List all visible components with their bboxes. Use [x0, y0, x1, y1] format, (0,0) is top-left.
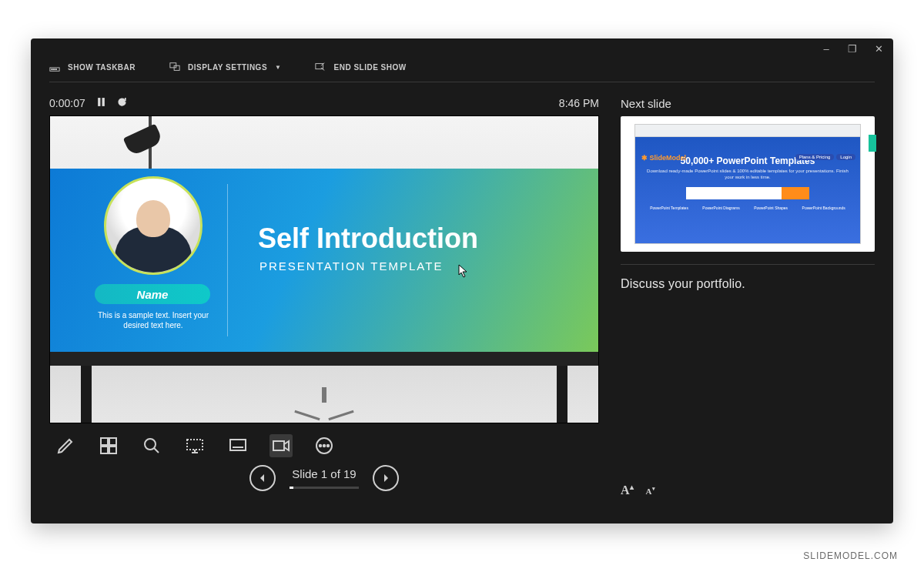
increase-font-button[interactable]: A▴ [621, 483, 634, 497]
pause-timer-button[interactable] [96, 97, 106, 109]
black-screen-button[interactable] [183, 434, 206, 457]
current-slide-panel: 0:00:07 8:46 PM [49, 97, 599, 508]
minimize-button[interactable]: – [819, 43, 833, 55]
close-button[interactable]: ✕ [872, 43, 886, 55]
presenter-tools [49, 434, 599, 457]
current-slide[interactable]: Name This is a sample text. Insert your … [49, 115, 599, 423]
table-leg [557, 366, 567, 423]
svg-rect-15 [230, 440, 246, 450]
presenter-view-window: – ❐ ✕ SHOW TASKBAR DISPLAY SETTINGS ▼ EN… [31, 38, 893, 523]
chair-graphic [290, 387, 359, 416]
next-slide-thumbnail[interactable]: ✱ SlideModel Plans & Pricing Login 50,00… [621, 116, 875, 252]
top-toolbar: SHOW TASKBAR DISPLAY SETTINGS ▼ END SLID… [31, 55, 893, 79]
svg-rect-11 [101, 447, 108, 453]
next-slide-button[interactable] [373, 465, 399, 491]
svg-rect-1 [52, 69, 53, 70]
svg-point-20 [323, 445, 325, 447]
svg-rect-14 [187, 440, 203, 450]
table-leg [81, 366, 92, 423]
show-taskbar-label: SHOW TASKBAR [68, 63, 136, 72]
current-clock: 8:46 PM [559, 97, 599, 109]
end-slideshow-button[interactable]: END SLIDE SHOW [315, 62, 406, 72]
end-slideshow-icon [315, 62, 326, 72]
next-slide-heading: Next slide [621, 97, 875, 110]
thumb-pricing: Plans & Pricing [795, 154, 835, 160]
taskbar-icon [49, 62, 60, 72]
more-options-button[interactable] [313, 434, 336, 457]
end-slideshow-label: END SLIDE SHOW [333, 63, 406, 72]
svg-rect-9 [101, 438, 108, 445]
svg-rect-12 [109, 447, 116, 453]
window-controls: – ❐ ✕ [819, 43, 886, 55]
sample-text: This is a sample text. Insert your desir… [89, 310, 218, 330]
subtitles-button[interactable] [226, 434, 249, 457]
slide-nav: Slide 1 of 19 [49, 465, 599, 491]
thumb-caps: PowerPoint Templates PowerPoint Diagrams… [643, 206, 852, 210]
speaker-notes[interactable]: Discuss your portfolio. [621, 277, 875, 291]
cursor-icon [458, 264, 469, 281]
thumb-search [686, 187, 809, 199]
watermark: SLIDEMODEL.COM [803, 550, 898, 561]
svg-rect-8 [102, 98, 104, 106]
thumb-login: Login [836, 154, 855, 160]
svg-point-21 [327, 445, 329, 447]
chevron-down-icon: ▼ [275, 64, 281, 71]
slide-counter: Slide 1 of 19 [292, 467, 356, 480]
flag-icon [869, 135, 876, 152]
display-settings-button[interactable]: DISPLAY SETTINGS ▼ [169, 62, 281, 72]
decrease-font-button[interactable]: A▾ [646, 486, 655, 496]
display-settings-icon [169, 62, 180, 72]
next-slide-panel: Next slide ✱ SlideModel Plans & Pricing … [621, 97, 875, 508]
see-all-slides-button[interactable] [97, 434, 120, 457]
table-graphic [50, 352, 598, 366]
elapsed-time: 0:00:07 [49, 97, 85, 109]
svg-rect-2 [53, 69, 55, 70]
browser-mock: ✱ SlideModel Plans & Pricing Login 50,00… [634, 124, 861, 244]
show-taskbar-button[interactable]: SHOW TASKBAR [49, 62, 136, 72]
svg-rect-10 [109, 438, 116, 445]
thumb-brand: ✱ SlideModel [641, 154, 686, 162]
reset-timer-button[interactable] [117, 97, 127, 109]
timer-row: 0:00:07 8:46 PM [49, 97, 599, 109]
slide-subtitle: PRESENTATION TEMPLATE [259, 259, 443, 273]
svg-point-13 [145, 439, 156, 450]
prev-slide-button[interactable] [249, 465, 276, 491]
toolbar-divider [49, 82, 875, 82]
slide-title: Self Introduction [258, 222, 478, 255]
svg-rect-17 [273, 441, 284, 450]
panel-divider [621, 264, 875, 265]
name-badge: Name [95, 284, 210, 304]
thumb-sub: Download ready-made PowerPoint slides & … [643, 169, 852, 181]
notes-font-controls: A▴ A▾ [621, 483, 655, 497]
svg-point-19 [320, 445, 321, 447]
pen-tool-button[interactable] [54, 434, 77, 457]
camera-button[interactable] [270, 434, 293, 457]
zoom-button[interactable] [140, 434, 163, 457]
slide-progress [290, 487, 359, 489]
display-settings-label: DISPLAY SETTINGS [188, 63, 267, 72]
svg-rect-7 [98, 98, 100, 106]
restore-button[interactable]: ❐ [845, 43, 859, 55]
svg-rect-3 [55, 69, 57, 70]
avatar [104, 176, 203, 275]
